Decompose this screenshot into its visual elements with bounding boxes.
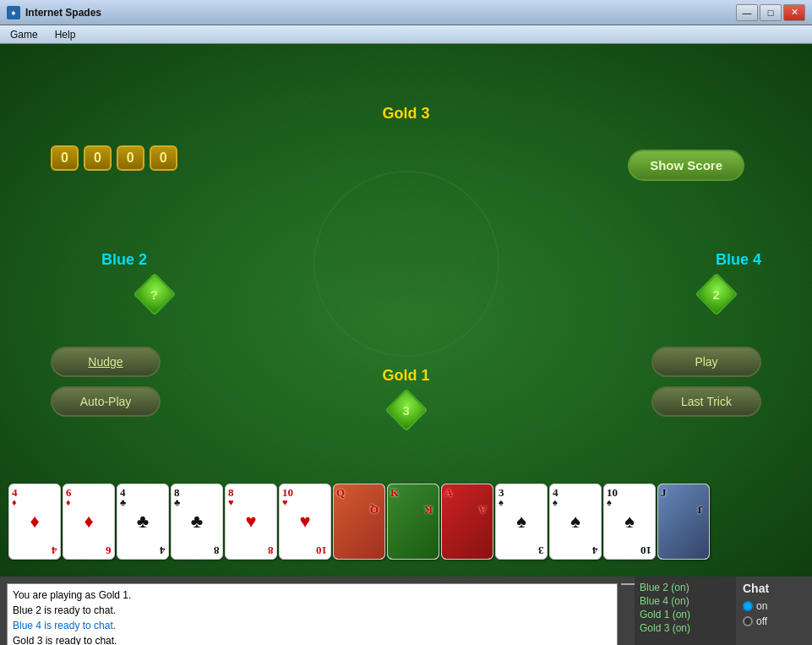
card-center-suit: ♠ bbox=[624, 511, 635, 533]
cards-area: 4♦♦46♦♦64♣♣48♣♣88♥♥810♥♥10Q♥QK♥KA♥A3♠♠34… bbox=[8, 450, 804, 560]
card-rank-bottom: A bbox=[441, 505, 487, 516]
bottom-inputs: You are playing as Gold 1.Blue 2 is read… bbox=[0, 577, 635, 645]
card-rank-top: 4 bbox=[120, 487, 166, 498]
card-4[interactable]: 8♥♥8 bbox=[225, 484, 277, 560]
card-rank-bottom: 3 bbox=[538, 545, 544, 556]
card-suit-top: ♥ bbox=[228, 498, 274, 507]
card-11[interactable]: 10♠♠10 bbox=[603, 484, 656, 560]
card-rank-top: K bbox=[390, 487, 436, 498]
card-12[interactable]: J♠J bbox=[657, 484, 710, 560]
card-2[interactable]: 4♣♣4 bbox=[117, 484, 169, 560]
players-list: Blue 2 (on)Blue 4 (on)Gold 1 (on)Gold 3 … bbox=[635, 577, 736, 645]
chat-off-option[interactable]: off bbox=[743, 615, 805, 627]
show-score-button[interactable]: Show Score bbox=[628, 150, 744, 181]
lasttrick-button[interactable]: Last Trick bbox=[651, 386, 761, 417]
menu-game[interactable]: Game bbox=[3, 27, 45, 42]
card-rank-bottom: K bbox=[387, 505, 433, 516]
app-icon: ♠ bbox=[7, 6, 20, 19]
card-rank-bottom: 4 bbox=[592, 545, 598, 556]
blue-main-score: 0 bbox=[150, 145, 177, 171]
card-suit-top: ♠ bbox=[553, 498, 598, 507]
autoplay-button[interactable]: Auto-Play bbox=[51, 386, 161, 417]
card-8[interactable]: A♥A bbox=[441, 484, 493, 560]
bid-blue4: 2 bbox=[695, 273, 738, 316]
player-list-item: Gold 3 (on) bbox=[640, 622, 731, 634]
card-rank-top: 4 bbox=[553, 487, 598, 498]
card-7[interactable]: K♥K bbox=[387, 484, 439, 560]
card-10[interactable]: 4♠♠4 bbox=[549, 484, 602, 560]
card-rank-top: 4 bbox=[12, 487, 57, 498]
chat-off-label: off bbox=[756, 615, 767, 627]
card-center-suit: ♦ bbox=[30, 511, 39, 533]
chat-options: Chat on off bbox=[736, 577, 812, 645]
chat-log: You are playing as Gold 1.Blue 2 is read… bbox=[7, 583, 618, 645]
bid-blue4-value: 2 bbox=[713, 287, 720, 302]
card-rank-bottom: 4 bbox=[160, 545, 166, 556]
player-gold1-label: Gold 1 bbox=[382, 367, 429, 385]
card-rank-top: 8 bbox=[228, 487, 274, 498]
chat-off-radio[interactable] bbox=[743, 616, 753, 626]
card-rank-top: 10 bbox=[282, 487, 328, 498]
table-center bbox=[313, 171, 499, 357]
card-suit-top: ♣ bbox=[174, 498, 220, 507]
minimize-button[interactable]: — bbox=[736, 4, 758, 21]
blue-bags-score: 0 bbox=[117, 145, 144, 171]
bottom-row1: You are playing as Gold 1.Blue 2 is read… bbox=[0, 577, 635, 644]
game-area: 0 0 0 0 Show Score Gold 3 Blue 2 ? Blue … bbox=[0, 44, 812, 577]
chat-line: You are playing as Gold 1. bbox=[13, 588, 612, 603]
chat-scrollbar[interactable] bbox=[621, 583, 635, 585]
player-blue4-label: Blue 4 bbox=[716, 251, 761, 269]
card-rank-bottom: Q bbox=[333, 505, 379, 516]
bottom-panel: You are playing as Gold 1.Blue 2 is read… bbox=[0, 577, 812, 645]
titlebar-buttons: — □ ✕ bbox=[736, 4, 805, 21]
card-suit-top: ♠ bbox=[499, 498, 544, 507]
player-list-item: Blue 2 (on) bbox=[640, 582, 731, 593]
card-rank-bottom: 4 bbox=[52, 545, 57, 556]
card-suit-top: ♦ bbox=[12, 498, 57, 507]
card-rank-top: 10 bbox=[607, 487, 652, 498]
card-rank-bottom: 6 bbox=[106, 545, 112, 556]
nudge-button[interactable]: Nudge bbox=[51, 347, 161, 377]
titlebar-left: ♠ Internet Spades bbox=[7, 6, 101, 19]
chat-line: Gold 3 is ready to chat. bbox=[13, 633, 612, 645]
player-list-item: Blue 4 (on) bbox=[640, 595, 731, 607]
titlebar: ♠ Internet Spades — □ ✕ bbox=[0, 0, 812, 25]
play-button[interactable]: Play bbox=[651, 347, 761, 377]
card-center-suit: ♠ bbox=[516, 511, 526, 533]
card-rank-top: Q bbox=[336, 487, 382, 498]
player-blue2-label: Blue 2 bbox=[101, 251, 147, 269]
card-6[interactable]: Q♥Q bbox=[333, 484, 385, 560]
card-rank-top: A bbox=[444, 487, 490, 498]
card-rank-bottom: J bbox=[657, 505, 703, 516]
card-0[interactable]: 4♦♦4 bbox=[8, 484, 61, 560]
menu-help[interactable]: Help bbox=[48, 27, 83, 42]
player-gold3-label: Gold 3 bbox=[382, 105, 429, 123]
card-center-suit: ♣ bbox=[191, 511, 203, 533]
card-center-suit: ♥ bbox=[299, 511, 310, 533]
card-rank-top: 3 bbox=[499, 487, 544, 498]
card-9[interactable]: 3♠♠3 bbox=[495, 484, 548, 560]
chat-label: Chat bbox=[743, 582, 805, 595]
bid-blue2: ? bbox=[134, 273, 177, 316]
card-rank-top: 6 bbox=[66, 487, 112, 498]
chat-on-label: on bbox=[756, 600, 767, 612]
maximize-button[interactable]: □ bbox=[760, 4, 782, 21]
card-center-suit: ♦ bbox=[84, 511, 93, 533]
close-button[interactable]: ✕ bbox=[783, 4, 805, 21]
card-suit-top: ♠ bbox=[607, 498, 652, 507]
bid-blue2-value: ? bbox=[150, 287, 158, 301]
card-5[interactable]: 10♥♥10 bbox=[279, 484, 331, 560]
card-rank-bottom: 8 bbox=[268, 545, 274, 556]
card-center-suit: ♣ bbox=[137, 511, 149, 533]
card-suit-top: ♦ bbox=[66, 498, 112, 507]
bid-gold1: 3 bbox=[384, 389, 428, 432]
gold-bags-score: 0 bbox=[51, 145, 79, 171]
chat-on-radio[interactable] bbox=[743, 601, 753, 611]
card-rank-bottom: 10 bbox=[640, 545, 651, 556]
gold-main-score: 0 bbox=[84, 145, 112, 171]
card-1[interactable]: 6♦♦6 bbox=[63, 484, 115, 560]
card-suit-top: ♣ bbox=[120, 498, 166, 507]
chat-on-option[interactable]: on bbox=[743, 600, 805, 612]
menubar: Game Help bbox=[0, 25, 812, 44]
card-3[interactable]: 8♣♣8 bbox=[171, 484, 223, 560]
